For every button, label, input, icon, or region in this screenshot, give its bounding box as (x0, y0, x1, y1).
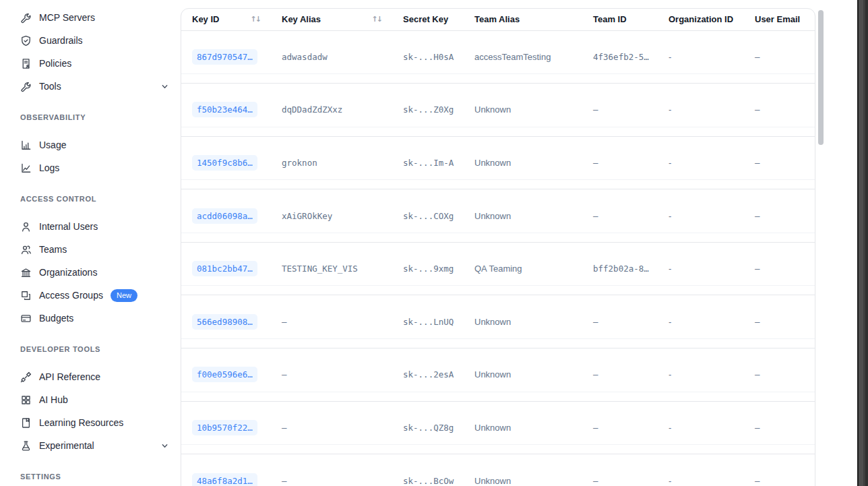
secret-key-cell: sk-...2esA (403, 348, 474, 402)
api-keys-table: Key ID↑↓Key Alias↑↓Secret KeyTeam AliasT… (181, 9, 815, 486)
organization-id-cell: - (669, 30, 755, 84)
sidebar-item-tools[interactable]: Tools (0, 75, 181, 98)
secret-key-cell: sk-...LnUQ (403, 295, 474, 348)
table-row: 10b9570f22…–sk-...QZ8gUnknown–-– (181, 401, 815, 454)
column-header-organization-id: Organization ID (669, 9, 755, 30)
organization-id-cell: - (669, 348, 755, 402)
team-id-cell: 4f36efb2-5… (593, 30, 669, 84)
column-header-label: Team ID (593, 14, 627, 24)
table-row: f50b23e464…dqDDadZdZXxzsk-...Z0XgUnknown… (181, 84, 815, 137)
column-header-secret-key: Secret Key (403, 9, 474, 30)
key-alias-cell: groknon (282, 136, 403, 189)
column-header-key-id[interactable]: Key ID↑↓ (181, 9, 282, 30)
sidebar-item-guardrails[interactable]: Guardrails (0, 29, 181, 52)
key-id-link[interactable]: f00e0596e6… (192, 367, 257, 382)
team-alias-cell: accessTeamTesting (474, 30, 593, 84)
sidebar-item-api-reference[interactable]: API Reference (0, 365, 181, 388)
team-alias-cell: Unknown (474, 295, 593, 348)
table-row: 867d970547…adwasdadwsk-...H0sAaccessTeam… (181, 30, 815, 84)
column-header-label: Key ID (192, 14, 219, 24)
line-chart-icon (20, 162, 32, 174)
column-header-label: Team Alias (474, 14, 520, 24)
user-email-cell: – (755, 348, 815, 402)
sidebar-item-label: Internal Users (39, 221, 98, 232)
key-alias-cell: – (282, 454, 403, 486)
table-row: 081bc2bb47…TESTING_KEY_VISsk-...9xmgQA T… (181, 242, 815, 295)
sidebar-item-mcp-servers[interactable]: MCP Servers (0, 6, 181, 29)
sort-icon[interactable]: ↑↓ (251, 15, 260, 24)
key-alias-cell: – (282, 348, 403, 402)
sidebar-item-label: Usage (39, 140, 66, 150)
key-id-cell: 081bc2bb47… (181, 242, 282, 295)
policy-document-icon (20, 58, 32, 69)
wrench-icon (20, 12, 32, 24)
key-id-cell: 48a6f8a2d1… (181, 454, 282, 486)
sidebar-item-label: Organizations (39, 267, 97, 278)
sidebar-item-experimental[interactable]: Experimental (0, 434, 181, 457)
column-header-label: Key Alias (282, 14, 321, 24)
sidebar-section-label-settings: SETTINGS (0, 471, 181, 482)
sidebar-item-internal-users[interactable]: Internal Users (0, 215, 181, 238)
organization-id-cell: - (669, 401, 755, 454)
chevron-down-icon (161, 83, 168, 90)
sort-icon[interactable]: ↑↓ (372, 15, 381, 24)
organization-id-cell: - (669, 136, 755, 189)
key-id-link[interactable]: 10b9570f22… (192, 420, 257, 435)
key-id-link[interactable]: 566ed98908… (192, 314, 257, 330)
sidebar-item-teams[interactable]: Teams (0, 238, 181, 261)
sidebar-item-label: Tools (39, 81, 61, 92)
organization-id-cell: - (669, 454, 755, 486)
sidebar-item-policies[interactable]: Policies (0, 52, 181, 75)
sidebar-item-label: Access Groups (39, 290, 103, 301)
sidebar-item-usage[interactable]: Usage (0, 133, 181, 156)
sidebar-item-learning-resources[interactable]: Learning Resources (0, 411, 181, 434)
sidebar-section-label-observability: OBSERVABILITY (0, 112, 181, 123)
team-id-cell: bff2b02a-8… (593, 242, 669, 295)
wrench-icon (20, 81, 32, 92)
user-email-cell: – (755, 454, 815, 486)
key-id-cell: 867d970547… (181, 30, 282, 84)
key-id-link[interactable]: 48a6f8a2d1… (192, 473, 257, 486)
sidebar-item-ai-hub[interactable]: AI Hub (0, 388, 181, 411)
sidebar-item-organizations[interactable]: Organizations (0, 261, 181, 284)
secret-key-cell: sk-...QZ8g (403, 401, 474, 454)
user-email-cell: – (755, 401, 815, 454)
column-header-team-alias: Team Alias (474, 9, 593, 30)
sidebar-item-budgets[interactable]: Budgets (0, 307, 181, 330)
key-id-link[interactable]: 1450f9c8b6… (192, 155, 257, 171)
sidebar-item-label: Teams (39, 244, 67, 255)
column-header-key-alias[interactable]: Key Alias↑↓ (282, 9, 403, 30)
vertical-scrollbar-thumb[interactable] (818, 10, 824, 145)
key-id-cell: 10b9570f22… (181, 401, 282, 454)
sidebar-item-logs[interactable]: Logs (0, 156, 181, 179)
team-alias-cell: QA Teaming (474, 242, 593, 295)
sidebar-item-label: MCP Servers (39, 12, 95, 23)
user-email-cell: – (755, 295, 815, 348)
user-email-cell: – (755, 84, 815, 137)
sidebar-item-label: Learning Resources (39, 417, 123, 428)
key-id-link[interactable]: 081bc2bb47… (192, 261, 257, 276)
key-id-link[interactable]: acdd06098a… (192, 208, 257, 224)
column-header-label: User Email (755, 14, 800, 24)
secret-key-cell: sk-...9xmg (403, 242, 474, 295)
organization-id-cell: - (669, 189, 755, 243)
user-email-cell: – (755, 30, 815, 84)
key-alias-cell: xAiGROkKey (282, 189, 403, 243)
key-id-cell: acdd06098a… (181, 189, 282, 243)
sidebar-item-access-groups[interactable]: Access GroupsNew (0, 284, 181, 307)
key-id-link[interactable]: f50b23e464… (192, 102, 257, 117)
organization-id-cell: - (669, 295, 755, 348)
table-row: 48a6f8a2d1…–sk-...BcOwUnknown–-– (181, 454, 815, 486)
dark-window-edge-strip (857, 0, 868, 486)
bank-icon (20, 267, 32, 278)
team-id-cell: – (593, 84, 669, 137)
key-id-link[interactable]: 867d970547… (192, 49, 257, 65)
sidebar-section-label-developer-tools: DEVELOPER TOOLS (0, 344, 181, 355)
user-email-cell: – (755, 189, 815, 243)
sidebar-section-label-access-control: ACCESS CONTROL (0, 193, 181, 204)
column-header-team-id: Team ID (593, 9, 669, 30)
team-alias-cell: Unknown (474, 348, 593, 402)
new-badge: New (111, 289, 137, 302)
key-id-cell: f00e0596e6… (181, 348, 282, 402)
organization-id-cell: - (669, 242, 755, 295)
